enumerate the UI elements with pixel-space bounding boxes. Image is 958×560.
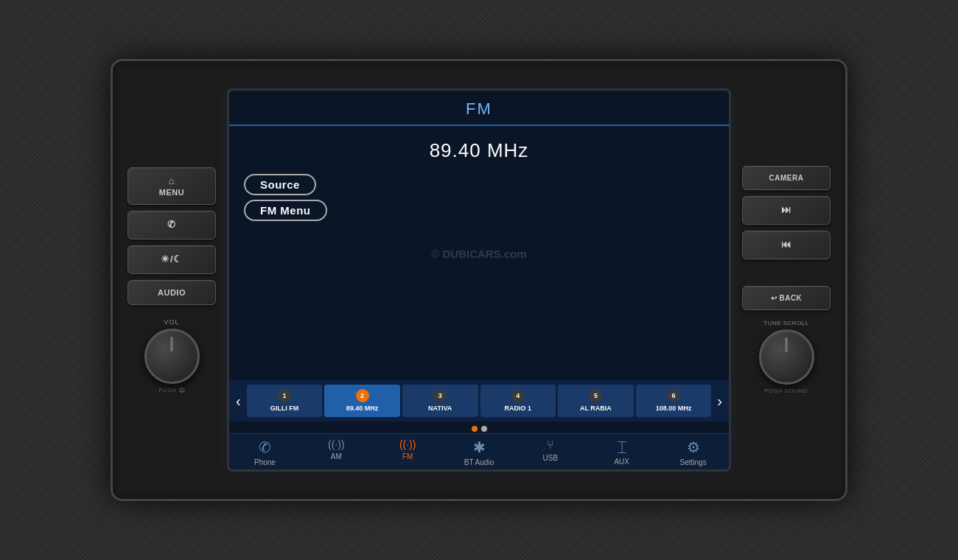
back-button[interactable]: ↩ BACK [742, 286, 831, 310]
screen-title: FM [466, 99, 492, 118]
screen: FM 89.40 MHz Source FM Menu © DUBICARS.c… [227, 88, 731, 472]
next-track-button[interactable]: ⏭ [742, 196, 831, 225]
back-label: ↩ BACK [771, 294, 803, 302]
tune-knob[interactable] [759, 329, 814, 385]
source-button[interactable]: Source [244, 174, 316, 195]
menu-label: MENU [159, 188, 184, 197]
preset-3-num: 3 [433, 389, 447, 402]
preset-2[interactable]: 2 89.40 MHz [324, 385, 400, 417]
nav-phone[interactable]: ✆ Phone [229, 438, 301, 466]
prev-preset-arrow[interactable]: ‹ [232, 393, 245, 410]
preset-4[interactable]: 4 RADIO 1 [480, 385, 556, 417]
fm-nav-icon: ((·)) [399, 438, 416, 450]
nav-settings[interactable]: ⚙ Settings [657, 438, 729, 466]
nav-usb[interactable]: ⑂ USB [514, 438, 586, 466]
dot-indicators [229, 424, 729, 433]
presets-list: 1 GILLI FM 2 89.40 MHz 3 NATIVA 4 RADIO … [247, 385, 712, 417]
settings-nav-label: Settings [680, 458, 707, 466]
right-panel: CAMERA ⏭ ⏮ ↩ BACK TUNE·SCROLL PUSH SOUND [742, 166, 831, 394]
preset-4-name: RADIO 1 [483, 405, 553, 413]
tune-area: TUNE·SCROLL PUSH SOUND [742, 320, 831, 394]
preset-3[interactable]: 3 NATIVA [402, 385, 478, 417]
screen-main: 89.40 MHz Source FM Menu © DUBICARS.com [229, 126, 729, 380]
aux-nav-label: AUX [614, 458, 629, 466]
nav-aux[interactable]: ⌶ AUX [586, 438, 657, 466]
head-unit: ⌂ MENU ✆ ☀/☾ AUDIO VOL PUSH ⏻ FM [111, 59, 847, 501]
next-preset-arrow[interactable]: › [713, 393, 726, 410]
volume-area: VOL PUSH ⏻ [127, 318, 216, 393]
left-panel: ⌂ MENU ✆ ☀/☾ AUDIO VOL PUSH ⏻ [127, 167, 216, 393]
am-nav-icon: ((·)) [328, 438, 345, 450]
screen-buttons: Source FM Menu [244, 174, 714, 221]
phone-button[interactable]: ✆ [127, 211, 216, 239]
preset-5-name: AL RABIA [561, 405, 631, 413]
phone-icon: ✆ [134, 219, 209, 230]
nav-bt-audio[interactable]: ✱ BT Audio [444, 438, 515, 466]
push-label: PUSH ⏻ [158, 387, 184, 393]
phone-nav-icon: ✆ [259, 438, 271, 456]
audio-button[interactable]: AUDIO [127, 280, 216, 305]
vol-label: VOL [164, 318, 179, 326]
brightness-button[interactable]: ☀/☾ [127, 245, 216, 274]
preset-4-num: 4 [511, 389, 525, 402]
watermark: © DUBICARS.com [431, 247, 526, 259]
preset-5[interactable]: 5 AL RABIA [558, 385, 634, 417]
camera-button[interactable]: CAMERA [742, 166, 831, 190]
am-nav-label: AM [331, 452, 342, 461]
phone-nav-label: Phone [254, 458, 276, 466]
bottom-nav: ✆ Phone ((·)) AM ((·)) FM ✱ BT Audio ⑂ [229, 433, 729, 469]
preset-6[interactable]: 6 108.00 MHz [636, 385, 712, 417]
preset-5-num: 5 [589, 389, 602, 402]
preset-bar: ‹ 1 GILLI FM 2 89.40 MHz 3 NATIVA [229, 380, 729, 421]
volume-knob[interactable] [144, 329, 200, 384]
preset-2-name: 89.40 MHz [327, 405, 397, 413]
prev-track-icon: ⏮ [749, 239, 824, 250]
menu-button[interactable]: ⌂ MENU [127, 167, 216, 205]
prev-track-button[interactable]: ⏮ [742, 231, 831, 259]
settings-nav-icon: ⚙ [687, 438, 700, 456]
bt-nav-icon: ✱ [473, 438, 486, 456]
tune-label: TUNE·SCROLL [763, 320, 809, 326]
nav-am[interactable]: ((·)) AM [301, 438, 372, 466]
background: ⌂ MENU ✆ ☀/☾ AUDIO VOL PUSH ⏻ FM [0, 0, 958, 560]
screen-header: FM [229, 91, 729, 126]
nav-fm[interactable]: ((·)) FM [372, 438, 444, 466]
usb-nav-icon: ⑂ [547, 438, 554, 452]
preset-1[interactable]: 1 GILLI FM [247, 385, 323, 417]
preset-3-name: NATIVA [405, 405, 475, 413]
next-track-icon: ⏭ [749, 204, 824, 215]
brightness-icon: ☀/☾ [134, 253, 209, 265]
camera-label: CAMERA [769, 174, 804, 182]
preset-6-name: 108.00 MHz [639, 405, 709, 413]
fm-menu-button[interactable]: FM Menu [244, 200, 327, 221]
audio-label: AUDIO [158, 288, 186, 297]
preset-1-name: GILLI FM [250, 405, 320, 413]
fm-nav-label: FM [402, 452, 413, 461]
bt-nav-label: BT Audio [464, 458, 494, 466]
aux-nav-icon: ⌶ [618, 438, 626, 455]
push-sound-label: PUSH SOUND [765, 388, 808, 394]
frequency-display: 89.40 MHz [244, 139, 714, 162]
preset-6-num: 6 [667, 389, 680, 402]
home-icon: ⌂ [134, 175, 209, 186]
usb-nav-label: USB [543, 454, 559, 462]
preset-2-num: 2 [356, 389, 369, 402]
dot-2 [481, 426, 487, 432]
preset-1-num: 1 [278, 389, 291, 402]
dot-1 [472, 426, 478, 432]
